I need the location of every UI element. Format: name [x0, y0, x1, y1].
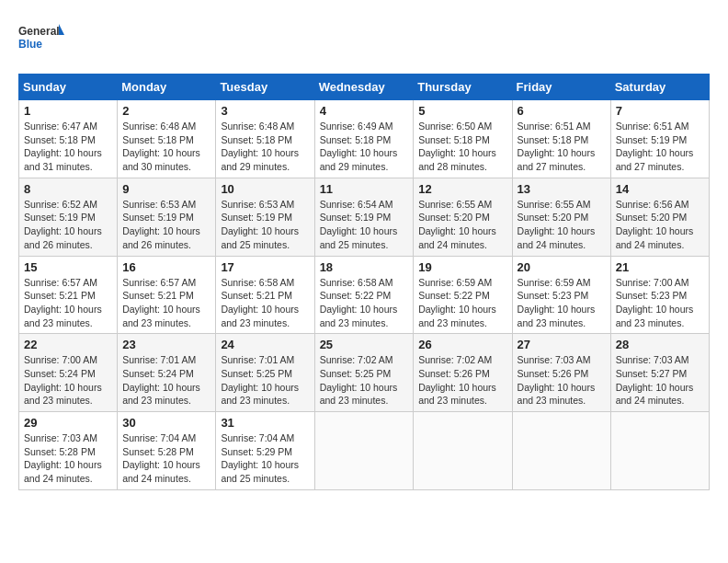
day-info: Sunrise: 6:58 AMSunset: 5:22 PMDaylight:… [320, 277, 398, 328]
day-number: 31 [221, 416, 309, 430]
day-cell: 15 Sunrise: 6:57 AMSunset: 5:21 PMDaylig… [19, 256, 118, 334]
day-number: 22 [24, 338, 112, 351]
day-cell: 6 Sunrise: 6:51 AMSunset: 5:18 PMDayligh… [512, 100, 610, 178]
day-info: Sunrise: 6:48 AMSunset: 5:18 PMDaylight:… [122, 121, 200, 172]
day-number: 29 [24, 416, 112, 430]
day-cell: 2 Sunrise: 6:48 AMSunset: 5:18 PMDayligh… [118, 100, 216, 178]
day-cell: 25 Sunrise: 7:02 AMSunset: 5:25 PMDaylig… [314, 334, 414, 412]
day-cell: 30 Sunrise: 7:04 AMSunset: 5:28 PMDaylig… [118, 412, 216, 490]
day-cell: 31 Sunrise: 7:04 AMSunset: 5:29 PMDaylig… [216, 412, 314, 490]
day-info: Sunrise: 7:04 AMSunset: 5:28 PMDaylight:… [122, 432, 200, 484]
day-number: 4 [320, 104, 409, 118]
day-cell: 29 Sunrise: 7:03 AMSunset: 5:28 PMDaylig… [19, 412, 118, 490]
weekday-header-sunday: Sunday [19, 75, 118, 100]
day-info: Sunrise: 7:03 AMSunset: 5:28 PMDaylight:… [24, 432, 102, 484]
day-cell: 3 Sunrise: 6:48 AMSunset: 5:18 PMDayligh… [216, 100, 314, 178]
day-number: 2 [122, 104, 210, 118]
day-info: Sunrise: 7:00 AMSunset: 5:23 PMDaylight:… [616, 277, 694, 328]
week-row-3: 15 Sunrise: 6:57 AMSunset: 5:21 PMDaylig… [19, 256, 710, 334]
day-number: 21 [616, 260, 704, 274]
day-info: Sunrise: 6:57 AMSunset: 5:21 PMDaylight:… [24, 277, 102, 328]
day-cell: 16 Sunrise: 6:57 AMSunset: 5:21 PMDaylig… [118, 256, 216, 334]
day-cell: 5 Sunrise: 6:50 AMSunset: 5:18 PMDayligh… [414, 100, 512, 178]
day-number: 19 [418, 260, 506, 274]
day-number: 23 [122, 338, 210, 351]
weekday-header-monday: Monday [118, 75, 216, 100]
day-info: Sunrise: 6:56 AMSunset: 5:20 PMDaylight:… [616, 199, 694, 250]
day-number: 24 [221, 338, 309, 351]
day-cell: 26 Sunrise: 7:02 AMSunset: 5:26 PMDaylig… [414, 334, 512, 412]
day-number: 3 [221, 104, 309, 118]
day-cell: 21 Sunrise: 7:00 AMSunset: 5:23 PMDaylig… [610, 256, 709, 334]
week-row-4: 22 Sunrise: 7:00 AMSunset: 5:24 PMDaylig… [19, 334, 710, 412]
day-info: Sunrise: 6:55 AMSunset: 5:20 PMDaylight:… [418, 199, 496, 250]
week-row-5: 29 Sunrise: 7:03 AMSunset: 5:28 PMDaylig… [19, 412, 710, 490]
day-cell: 22 Sunrise: 7:00 AMSunset: 5:24 PMDaylig… [19, 334, 118, 412]
day-cell: 1 Sunrise: 6:47 AMSunset: 5:18 PMDayligh… [19, 100, 118, 178]
day-cell [610, 412, 709, 490]
weekday-header-tuesday: Tuesday [216, 75, 314, 100]
day-info: Sunrise: 7:00 AMSunset: 5:24 PMDaylight:… [24, 354, 102, 406]
day-number: 11 [320, 182, 409, 196]
day-number: 5 [418, 104, 506, 118]
day-info: Sunrise: 6:49 AMSunset: 5:18 PMDaylight:… [320, 121, 398, 172]
weekday-header-saturday: Saturday [610, 75, 709, 100]
day-number: 7 [616, 104, 704, 118]
day-info: Sunrise: 6:59 AMSunset: 5:23 PMDaylight:… [518, 277, 596, 328]
day-info: Sunrise: 6:51 AMSunset: 5:18 PMDaylight:… [518, 121, 596, 172]
calendar-table: SundayMondayTuesdayWednesdayThursdayFrid… [18, 74, 710, 490]
day-info: Sunrise: 6:54 AMSunset: 5:19 PMDaylight:… [320, 199, 398, 250]
day-info: Sunrise: 6:51 AMSunset: 5:19 PMDaylight:… [616, 121, 694, 172]
day-number: 10 [221, 182, 309, 196]
day-number: 25 [320, 338, 409, 351]
day-number: 18 [320, 260, 409, 274]
day-number: 9 [122, 182, 210, 196]
weekday-header-friday: Friday [512, 75, 610, 100]
day-number: 15 [24, 260, 112, 274]
day-cell: 7 Sunrise: 6:51 AMSunset: 5:19 PMDayligh… [610, 100, 709, 178]
svg-marker-2 [59, 24, 64, 35]
day-number: 27 [518, 338, 606, 351]
weekday-header-wednesday: Wednesday [314, 75, 414, 100]
day-cell: 10 Sunrise: 6:53 AMSunset: 5:19 PMDaylig… [216, 178, 314, 256]
week-row-1: 1 Sunrise: 6:47 AMSunset: 5:18 PMDayligh… [19, 100, 710, 178]
svg-text:Blue: Blue [18, 38, 42, 51]
day-number: 8 [24, 182, 112, 196]
day-info: Sunrise: 6:50 AMSunset: 5:18 PMDaylight:… [418, 121, 496, 172]
day-number: 13 [518, 182, 606, 196]
day-cell: 19 Sunrise: 6:59 AMSunset: 5:22 PMDaylig… [414, 256, 512, 334]
day-number: 14 [616, 182, 704, 196]
day-info: Sunrise: 6:58 AMSunset: 5:21 PMDaylight:… [221, 277, 299, 328]
day-info: Sunrise: 6:53 AMSunset: 5:19 PMDaylight:… [221, 199, 299, 250]
day-info: Sunrise: 6:57 AMSunset: 5:21 PMDaylight:… [122, 277, 200, 328]
day-info: Sunrise: 7:02 AMSunset: 5:25 PMDaylight:… [320, 354, 398, 406]
logo-svg: General Blue [18, 18, 64, 59]
day-info: Sunrise: 7:01 AMSunset: 5:25 PMDaylight:… [221, 354, 299, 406]
weekday-header-thursday: Thursday [414, 75, 512, 100]
day-number: 12 [418, 182, 506, 196]
day-number: 6 [518, 104, 606, 118]
day-cell: 20 Sunrise: 6:59 AMSunset: 5:23 PMDaylig… [512, 256, 610, 334]
day-info: Sunrise: 6:52 AMSunset: 5:19 PMDaylight:… [24, 199, 102, 250]
day-info: Sunrise: 7:03 AMSunset: 5:27 PMDaylight:… [616, 354, 694, 406]
day-cell: 8 Sunrise: 6:52 AMSunset: 5:19 PMDayligh… [19, 178, 118, 256]
day-info: Sunrise: 7:01 AMSunset: 5:24 PMDaylight:… [122, 354, 200, 406]
day-info: Sunrise: 7:04 AMSunset: 5:29 PMDaylight:… [221, 432, 299, 484]
weekday-header-row: SundayMondayTuesdayWednesdayThursdayFrid… [19, 75, 710, 100]
day-cell: 4 Sunrise: 6:49 AMSunset: 5:18 PMDayligh… [314, 100, 414, 178]
day-number: 28 [616, 338, 704, 351]
day-cell [414, 412, 512, 490]
day-number: 26 [418, 338, 506, 351]
day-info: Sunrise: 6:47 AMSunset: 5:18 PMDaylight:… [24, 121, 102, 172]
day-cell: 23 Sunrise: 7:01 AMSunset: 5:24 PMDaylig… [118, 334, 216, 412]
svg-text:General: General [18, 25, 60, 38]
day-cell [512, 412, 610, 490]
day-cell: 9 Sunrise: 6:53 AMSunset: 5:19 PMDayligh… [118, 178, 216, 256]
day-number: 17 [221, 260, 309, 274]
day-cell [314, 412, 414, 490]
day-info: Sunrise: 7:02 AMSunset: 5:26 PMDaylight:… [418, 354, 496, 406]
day-info: Sunrise: 6:55 AMSunset: 5:20 PMDaylight:… [518, 199, 596, 250]
day-cell: 28 Sunrise: 7:03 AMSunset: 5:27 PMDaylig… [610, 334, 709, 412]
day-info: Sunrise: 6:59 AMSunset: 5:22 PMDaylight:… [418, 277, 496, 328]
day-cell: 11 Sunrise: 6:54 AMSunset: 5:19 PMDaylig… [314, 178, 414, 256]
